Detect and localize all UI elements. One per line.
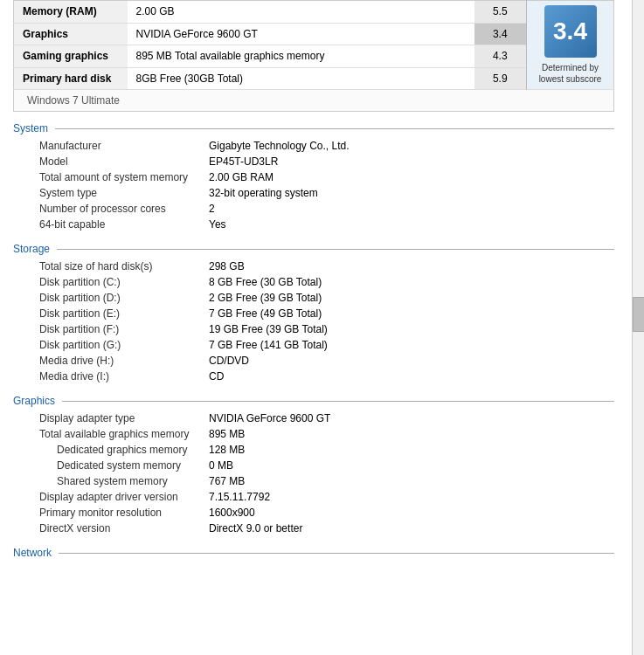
score-table: Memory (RAM) 2.00 GB 5.5 3.4 Determined … [13, 0, 614, 90]
score-badge-label: Determined by lowest subscore [536, 62, 605, 85]
info-value: 7 GB Free (49 GB Total) [205, 306, 614, 321]
table-row: Total size of hard disk(s) 298 GB [13, 259, 614, 274]
network-section-header: Network [13, 536, 614, 562]
table-row: Dedicated graphics memory 128 MB [13, 442, 614, 458]
info-key: Dedicated graphics memory [13, 442, 205, 458]
table-row: Disk partition (E:) 7 GB Free (49 GB Tot… [13, 306, 614, 321]
table-row: System type 32-bit operating system [13, 185, 614, 201]
table-row: Manufacturer Gigabyte Technology Co., Lt… [13, 138, 614, 154]
info-key: System type [13, 185, 205, 201]
score-row-label: Gaming graphics [14, 45, 128, 68]
graphics-info-table: Display adapter type NVIDIA GeForce 9600… [13, 410, 614, 536]
info-key: Total size of hard disk(s) [13, 259, 205, 274]
system-section-header: System [13, 112, 614, 138]
system-info-table: Manufacturer Gigabyte Technology Co., Lt… [13, 138, 614, 232]
info-key: Media drive (I:) [13, 369, 205, 384]
table-row: Disk partition (F:) 19 GB Free (39 GB To… [13, 321, 614, 337]
info-value: 895 MB [205, 426, 614, 442]
info-value: 2 [205, 201, 614, 217]
info-value: CD/DVD [205, 353, 614, 369]
info-value: CD [205, 369, 614, 384]
info-key: Disk partition (D:) [13, 290, 205, 306]
table-row: Dedicated system memory 0 MB [13, 458, 614, 473]
table-row: Media drive (H:) CD/DVD [13, 353, 614, 369]
info-value: 19 GB Free (39 GB Total) [205, 321, 614, 337]
table-row: Primary monitor resolution 1600x900 [13, 505, 614, 521]
info-value: NVIDIA GeForce 9600 GT [205, 410, 614, 426]
info-value: 32-bit operating system [205, 185, 614, 201]
info-key: Disk partition (E:) [13, 306, 205, 321]
table-row: Model EP45T-UD3LR [13, 154, 614, 169]
scrollbar[interactable] [632, 0, 644, 580]
info-key: Dedicated system memory [13, 458, 205, 473]
info-value: 298 GB [205, 259, 614, 274]
info-value: 128 MB [205, 442, 614, 458]
info-value: 7 GB Free (141 GB Total) [205, 337, 614, 353]
info-value: 2.00 GB RAM [205, 169, 614, 185]
score-row-score: 5.9 [474, 67, 527, 90]
score-row-value: 2.00 GB [128, 1, 474, 24]
info-key: DirectX version [13, 521, 205, 536]
table-row: Media drive (I:) CD [13, 369, 614, 384]
score-badge: 3.4 [544, 5, 597, 58]
info-value: 767 MB [205, 473, 614, 489]
table-row: Display adapter driver version 7.15.11.7… [13, 489, 614, 505]
info-key: Manufacturer [13, 138, 205, 154]
table-row: Display adapter type NVIDIA GeForce 9600… [13, 410, 614, 426]
table-row: Total amount of system memory 2.00 GB RA… [13, 169, 614, 185]
info-key: Disk partition (C:) [13, 274, 205, 290]
table-row: Shared system memory 767 MB [13, 473, 614, 489]
score-row-value: 8GB Free (30GB Total) [128, 67, 474, 90]
info-key: Primary monitor resolution [13, 505, 205, 521]
info-value: 8 GB Free (30 GB Total) [205, 274, 614, 290]
table-row: Disk partition (G:) 7 GB Free (141 GB To… [13, 337, 614, 353]
score-row-value: NVIDIA GeForce 9600 GT [128, 23, 474, 45]
score-row-label: Graphics [14, 23, 128, 45]
table-row: Disk partition (C:) 8 GB Free (30 GB Tot… [13, 274, 614, 290]
graphics-section-header: Graphics [13, 384, 614, 410]
storage-section-header: Storage [13, 232, 614, 259]
score-badge-cell: 3.4 Determined by lowest subscore [527, 1, 614, 90]
info-key: Total available graphics memory [13, 426, 205, 442]
table-row: Disk partition (D:) 2 GB Free (39 GB Tot… [13, 290, 614, 306]
info-key: Total amount of system memory [13, 169, 205, 185]
scrollbar-thumb[interactable] [633, 297, 644, 332]
score-row-score: 3.4 [474, 23, 527, 45]
info-key: Model [13, 154, 205, 169]
info-key: Disk partition (G:) [13, 337, 205, 353]
info-key: Shared system memory [13, 473, 205, 489]
info-key: Display adapter type [13, 410, 205, 426]
info-key: Display adapter driver version [13, 489, 205, 505]
info-value: 2 GB Free (39 GB Total) [205, 290, 614, 306]
info-value: 1600x900 [205, 505, 614, 521]
storage-info-table: Total size of hard disk(s) 298 GB Disk p… [13, 259, 614, 384]
info-value: DirectX 9.0 or better [205, 521, 614, 536]
info-key: Number of processor cores [13, 201, 205, 217]
score-row-label: Memory (RAM) [14, 1, 128, 24]
info-value: 0 MB [205, 458, 614, 473]
info-key: 64-bit capable [13, 217, 205, 232]
windows-label: Windows 7 Ultimate [13, 90, 614, 112]
table-row: Total available graphics memory 895 MB [13, 426, 614, 442]
info-value: Yes [205, 217, 614, 232]
info-value: Gigabyte Technology Co., Ltd. [205, 138, 614, 154]
info-value: EP45T-UD3LR [205, 154, 614, 169]
table-row: DirectX version DirectX 9.0 or better [13, 521, 614, 536]
table-row: 64-bit capable Yes [13, 217, 614, 232]
score-row-score: 4.3 [474, 45, 527, 68]
score-row-score: 5.5 [474, 1, 527, 24]
info-key: Media drive (H:) [13, 353, 205, 369]
score-row-label: Primary hard disk [14, 67, 128, 90]
table-row: Number of processor cores 2 [13, 201, 614, 217]
info-key: Disk partition (F:) [13, 321, 205, 337]
score-row-value: 895 MB Total available graphics memory [128, 45, 474, 68]
info-value: 7.15.11.7792 [205, 489, 614, 505]
